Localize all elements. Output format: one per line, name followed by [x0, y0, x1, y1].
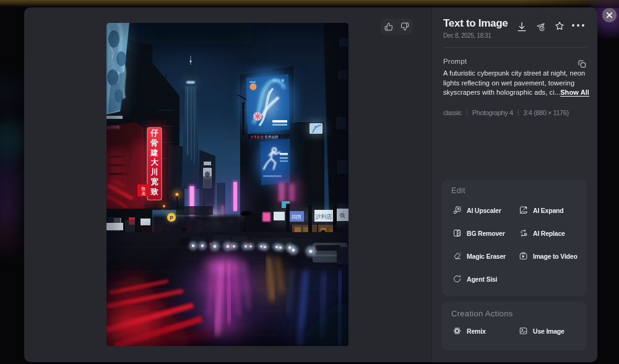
svg-text:建: 建 [150, 149, 158, 157]
svg-text:川: 川 [150, 168, 158, 176]
svg-text:大: 大 [150, 158, 158, 167]
svg-text:明日 ⌘: 明日 ⌘ [272, 79, 285, 83]
svg-text:致: 致 [150, 188, 158, 196]
svg-text:致: 致 [141, 186, 146, 191]
svg-text:美: 美 [142, 191, 146, 196]
svg-text:天革新者 世界品牌: 天革新者 世界品牌 [250, 135, 279, 139]
svg-text:宽: 宽 [150, 177, 158, 186]
svg-text:P: P [170, 215, 173, 221]
svg-text:骨: 骨 [150, 139, 158, 147]
svg-text:仔: 仔 [150, 129, 158, 137]
